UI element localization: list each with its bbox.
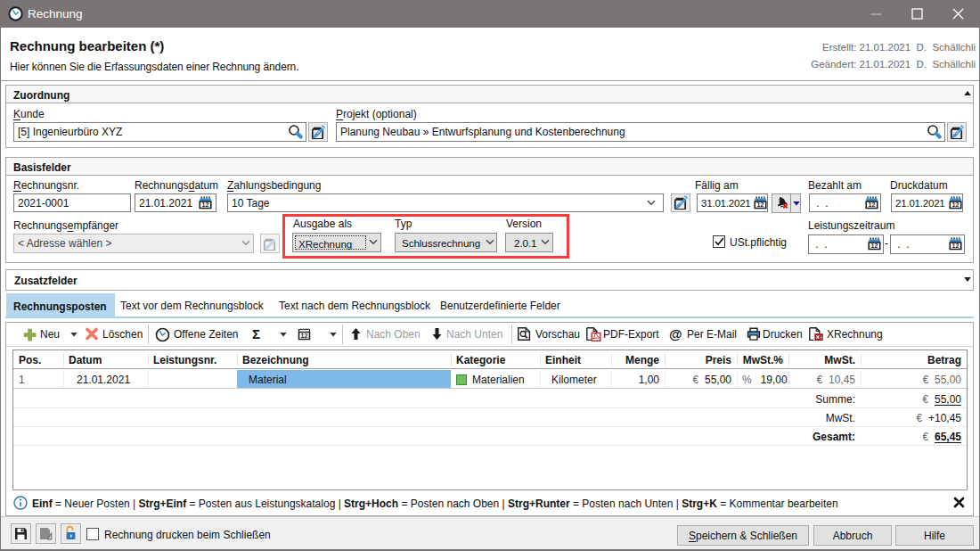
svg-text:12: 12 — [301, 332, 308, 340]
